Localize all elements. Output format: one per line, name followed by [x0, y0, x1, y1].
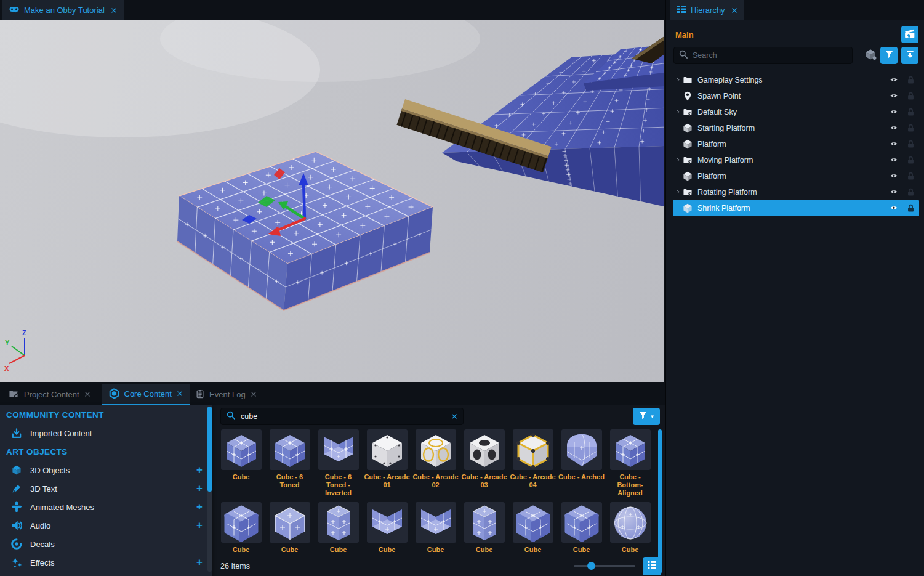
visibility-eye-icon[interactable]: [888, 76, 900, 84]
cube-badge-icon[interactable]: [864, 49, 877, 62]
expand-caret-icon[interactable]: [674, 76, 682, 84]
add-icon[interactable]: +: [196, 464, 203, 476]
sidebar-scrollbar-thumb[interactable]: [207, 407, 212, 492]
visibility-eye-icon[interactable]: [888, 172, 900, 181]
sidebar-item-animated-meshes[interactable]: Animated Meshes+: [0, 498, 212, 516]
clear-search-icon[interactable]: [451, 411, 457, 422]
asset-thumbnail-cube[interactable]: [464, 502, 505, 543]
expand-caret-icon[interactable]: [674, 156, 682, 164]
lock-icon[interactable]: [906, 108, 915, 116]
asset-thumbnail-cube[interactable]: [561, 429, 602, 470]
expand-caret-icon[interactable]: [674, 108, 682, 116]
hierarchy-item-platform[interactable]: Platform: [673, 136, 919, 152]
asset-thumbnail-cube[interactable]: [318, 429, 359, 470]
asset-item[interactable]: Cube: [217, 502, 265, 554]
close-icon[interactable]: [177, 389, 183, 399]
tab-core-content[interactable]: Core Content: [102, 384, 190, 405]
asset-item[interactable]: Cube - Arcade 01: [363, 429, 411, 497]
hierarchy-item-rotating-platform[interactable]: Rotating Platform: [673, 184, 919, 200]
close-icon[interactable]: [731, 7, 737, 14]
lock-icon[interactable]: [906, 124, 915, 132]
visibility-eye-icon[interactable]: [888, 156, 900, 164]
asset-thumbnail-cube[interactable]: [464, 429, 505, 470]
asset-item[interactable]: Cube: [557, 502, 606, 554]
asset-item[interactable]: Cube: [265, 502, 314, 554]
scene-capture-button[interactable]: [901, 26, 918, 43]
asset-item[interactable]: Cube - Arcade 04: [508, 429, 557, 497]
hierarchy-filter-button[interactable]: [880, 47, 898, 64]
hierarchy-item-platform[interactable]: Platform: [673, 168, 919, 184]
asset-search-input[interactable]: [241, 412, 446, 421]
add-icon[interactable]: +: [196, 482, 203, 495]
sidebar-item-imported-content[interactable]: Imported Content: [0, 424, 212, 442]
sidebar-item-3d-objects[interactable]: 3D Objects+: [0, 461, 212, 479]
sidebar-item-audio[interactable]: Audio+: [0, 516, 212, 535]
visibility-eye-icon[interactable]: [888, 189, 900, 197]
asset-item[interactable]: Cube - Bottom-Aligned: [606, 429, 654, 497]
asset-thumbnail-cube[interactable]: [513, 429, 553, 470]
asset-item[interactable]: Cube - 6 Toned - Inverted: [314, 429, 363, 497]
hierarchy-item-shrink-platform[interactable]: Shrink Platform: [673, 200, 919, 216]
lock-icon[interactable]: [906, 76, 915, 84]
tab-project-content[interactable]: Project Content: [1, 384, 97, 405]
tab-event-log[interactable]: Event Log: [189, 384, 263, 405]
add-icon[interactable]: +: [196, 556, 203, 569]
scene-viewport[interactable]: Z Y X: [0, 20, 664, 382]
lock-icon[interactable]: [906, 172, 915, 181]
asset-item[interactable]: Cube: [363, 502, 411, 554]
tab-make-an-obby-tutorial[interactable]: Make an Obby Tutorial: [2, 0, 124, 20]
asset-thumbnail-cube[interactable]: [416, 502, 456, 543]
lock-icon[interactable]: [906, 188, 915, 197]
asset-item[interactable]: Cube: [314, 502, 363, 554]
asset-thumbnail-cube[interactable]: [221, 502, 262, 543]
lock-icon[interactable]: [906, 156, 915, 164]
hierarchy-item-gameplay-settings[interactable]: Gameplay Settings: [673, 72, 919, 88]
add-icon[interactable]: +: [196, 519, 203, 532]
asset-thumbnail-cube[interactable]: [416, 429, 456, 470]
asset-item[interactable]: Cube - 6 Toned: [265, 429, 314, 497]
hierarchy-item-default-sky[interactable]: Default Sky: [673, 104, 919, 120]
asset-thumbnail-cube[interactable]: [318, 502, 359, 543]
asset-item[interactable]: Cube: [411, 502, 460, 554]
sidebar-item-decals[interactable]: Decals: [0, 535, 212, 553]
visibility-eye-icon[interactable]: [888, 92, 900, 100]
close-icon[interactable]: [111, 7, 117, 14]
hierarchy-item-moving-platform[interactable]: Moving Platform: [673, 152, 919, 168]
asset-item[interactable]: Cube - Arcade 02: [411, 429, 460, 497]
visibility-eye-icon[interactable]: [888, 140, 900, 148]
slider-thumb[interactable]: [587, 562, 595, 570]
asset-thumbnail-cube[interactable]: [270, 429, 310, 470]
asset-thumbnail-cube[interactable]: [367, 429, 408, 470]
hierarchy-item-starting-platform[interactable]: Starting Platform: [673, 120, 919, 136]
asset-item[interactable]: Cube - Arcade 03: [460, 429, 508, 497]
hierarchy-search[interactable]: [673, 47, 853, 64]
lock-icon[interactable]: [906, 140, 915, 148]
asset-thumbnail-cube[interactable]: [513, 502, 553, 543]
asset-thumbnail-cube[interactable]: [610, 502, 651, 543]
asset-item[interactable]: Cube: [460, 502, 508, 554]
tab-hierarchy[interactable]: Hierarchy: [670, 0, 744, 20]
asset-thumbnail-cube[interactable]: [610, 429, 651, 470]
asset-filter-button[interactable]: ▼: [633, 408, 660, 425]
asset-item[interactable]: Cube - Arched: [557, 429, 606, 497]
visibility-eye-icon[interactable]: [888, 108, 900, 116]
hierarchy-search-input[interactable]: [693, 51, 847, 60]
asset-thumbnail-cube[interactable]: [221, 429, 262, 470]
sidebar-item-3d-text[interactable]: 3D Text+: [0, 479, 212, 498]
asset-search[interactable]: [220, 408, 464, 425]
asset-item[interactable]: Cube: [508, 502, 557, 554]
close-icon[interactable]: [84, 390, 90, 399]
collapse-all-button[interactable]: [901, 47, 918, 64]
thumbnail-size-slider[interactable]: [574, 565, 635, 567]
asset-grid-scrollbar[interactable]: [658, 429, 662, 574]
sidebar-item-effects[interactable]: Effects+: [0, 553, 212, 572]
grid-view-button[interactable]: [643, 557, 661, 575]
close-icon[interactable]: [251, 390, 257, 399]
asset-thumbnail-cube[interactable]: [561, 502, 602, 543]
expand-caret-icon[interactable]: [674, 189, 682, 196]
visibility-eye-icon[interactable]: [888, 124, 900, 132]
sidebar-scrollbar[interactable]: [207, 407, 212, 572]
asset-item[interactable]: Cube: [217, 429, 265, 497]
asset-thumbnail-cube[interactable]: [270, 502, 310, 543]
lock-icon[interactable]: [906, 92, 915, 100]
